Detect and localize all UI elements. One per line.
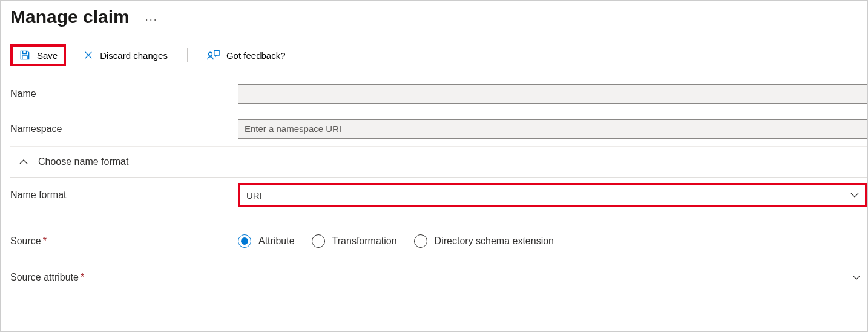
- chevron-up-icon: [19, 157, 28, 167]
- feedback-label: Got feedback?: [226, 50, 286, 61]
- discard-button[interactable]: Discard changes: [78, 46, 173, 64]
- radio-icon: [414, 234, 427, 248]
- namespace-input[interactable]: [238, 119, 867, 139]
- source-attribute-label: Source attribute*: [10, 272, 238, 283]
- page-title: Manage claim: [10, 7, 130, 27]
- toolbar-separator: [187, 48, 188, 62]
- close-icon: [83, 50, 94, 61]
- required-icon: *: [81, 272, 84, 282]
- radio-icon: [312, 234, 325, 248]
- radio-icon: [238, 234, 251, 248]
- row-name-format: Name format URI: [10, 178, 867, 213]
- radio-label-directory-ext: Directory schema extension: [435, 236, 554, 247]
- name-format-select[interactable]: URI: [238, 183, 867, 207]
- discard-label: Discard changes: [100, 50, 168, 61]
- choose-name-format-label: Choose name format: [38, 156, 128, 167]
- radio-transformation[interactable]: Transformation: [312, 234, 397, 248]
- feedback-icon: [207, 49, 220, 61]
- header: Manage claim ···: [10, 7, 867, 27]
- choose-name-format-toggle[interactable]: Choose name format: [10, 147, 867, 178]
- name-input[interactable]: [238, 84, 867, 104]
- row-source: Source* Attribute Transformation Directo…: [10, 219, 867, 263]
- save-label: Save: [37, 50, 58, 61]
- row-namespace: Namespace: [10, 111, 867, 147]
- save-button[interactable]: Save: [10, 44, 66, 66]
- source-attribute-select[interactable]: [238, 268, 867, 287]
- row-name: Name: [10, 76, 867, 111]
- radio-attribute[interactable]: Attribute: [238, 234, 295, 248]
- feedback-button[interactable]: Got feedback?: [202, 45, 291, 65]
- name-label: Name: [10, 88, 238, 99]
- toolbar: Save Discard changes Got feedback?: [10, 44, 867, 76]
- name-format-label: Name format: [10, 190, 238, 201]
- required-icon: *: [43, 236, 47, 246]
- source-label: Source*: [10, 236, 238, 247]
- manage-claim-panel: Manage claim ··· Save Discard changes Go…: [0, 0, 868, 332]
- radio-directory-ext[interactable]: Directory schema extension: [414, 234, 554, 248]
- namespace-label: Namespace: [10, 124, 238, 134]
- save-icon: [19, 49, 31, 61]
- source-radio-group: Attribute Transformation Directory schem…: [238, 234, 867, 248]
- radio-label-transformation: Transformation: [332, 236, 397, 247]
- radio-label-attribute: Attribute: [258, 236, 295, 247]
- svg-point-0: [209, 52, 212, 56]
- row-source-attribute: Source attribute*: [10, 263, 867, 292]
- more-icon[interactable]: ···: [142, 13, 162, 26]
